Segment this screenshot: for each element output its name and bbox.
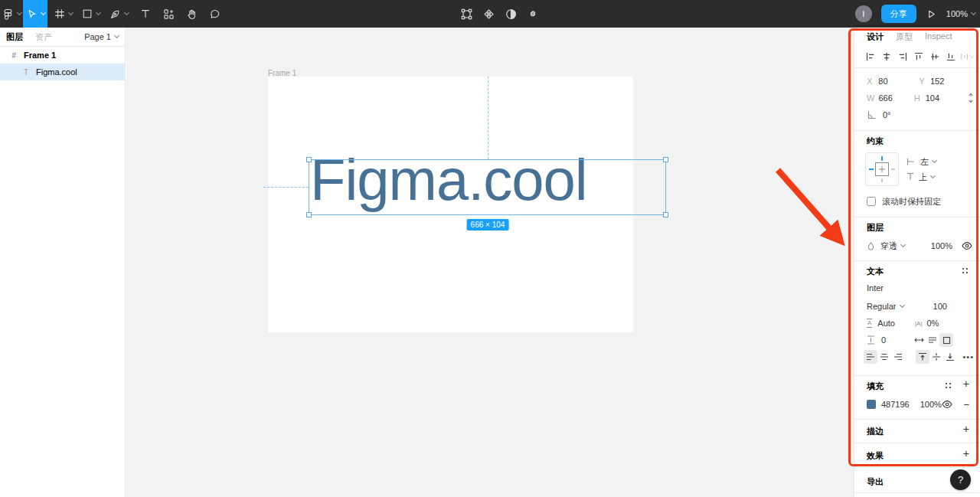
visibility-eye-icon[interactable] bbox=[962, 241, 972, 250]
remove-fill-icon[interactable]: − bbox=[963, 400, 969, 410]
layer-row-text[interactable]: T Figma.cool bbox=[0, 64, 125, 80]
auto-width-icon[interactable] bbox=[912, 333, 926, 347]
layer-name: Frame 1 bbox=[24, 51, 56, 60]
help-button[interactable]: ? bbox=[950, 469, 971, 490]
align-left-icon[interactable] bbox=[864, 50, 877, 64]
fill-hex-value[interactable]: 487196 bbox=[881, 400, 910, 409]
selection-handle-top-left[interactable] bbox=[306, 157, 312, 162]
vertical-align-top-icon[interactable] bbox=[916, 350, 929, 364]
chevron-down-icon bbox=[900, 241, 906, 247]
tab-design[interactable]: 设计 bbox=[867, 31, 884, 43]
v-constraint-value: 上 bbox=[919, 172, 927, 183]
text-section-title: 文本 bbox=[867, 266, 884, 277]
avatar[interactable]: I bbox=[855, 5, 872, 22]
share-button[interactable]: 分享 bbox=[881, 5, 916, 23]
text-align-center-icon[interactable] bbox=[877, 350, 891, 364]
frame-layer-icon: # bbox=[9, 51, 18, 60]
layer-opacity-value[interactable]: 100% bbox=[931, 241, 952, 250]
chevron-down-icon bbox=[969, 53, 975, 58]
snap-guide-horizontal bbox=[263, 187, 309, 188]
x-field-value[interactable]: 80 bbox=[878, 77, 887, 86]
move-tool-button[interactable] bbox=[23, 0, 47, 28]
comment-tool-button[interactable] bbox=[203, 0, 226, 28]
chevron-down-icon bbox=[123, 9, 129, 15]
zoom-level-control[interactable]: 100% bbox=[946, 9, 975, 18]
frame-tool-button[interactable] bbox=[50, 0, 77, 28]
rotation-icon bbox=[867, 110, 876, 119]
width-field-label: W bbox=[867, 93, 874, 103]
paragraph-spacing-value[interactable]: 0 bbox=[881, 335, 886, 345]
selection-handle-bottom-right[interactable] bbox=[663, 212, 668, 217]
font-size-value[interactable]: 100 bbox=[933, 302, 947, 311]
add-effect-icon[interactable]: + bbox=[963, 448, 969, 459]
constraints-widget[interactable] bbox=[865, 152, 899, 186]
chevron-down-icon bbox=[932, 157, 937, 162]
page-selector[interactable]: Page 1 bbox=[84, 32, 119, 41]
export-section-title: 导出 bbox=[867, 476, 884, 488]
width-field-value[interactable]: 666 bbox=[878, 93, 892, 103]
vertical-align-middle-icon[interactable] bbox=[929, 350, 943, 364]
layer-section-title: 图层 bbox=[867, 222, 884, 234]
text-styles-icon[interactable] bbox=[961, 266, 969, 275]
tab-assets[interactable]: 资产 bbox=[35, 31, 52, 43]
selection-box[interactable] bbox=[309, 159, 666, 215]
fill-color-swatch[interactable] bbox=[867, 400, 876, 409]
text-more-options-icon[interactable]: ••• bbox=[962, 352, 974, 361]
hand-icon bbox=[186, 8, 198, 20]
link-icon[interactable] bbox=[527, 8, 539, 20]
fill-styles-icon[interactable] bbox=[944, 381, 952, 390]
selection-handle-top-right[interactable] bbox=[663, 157, 668, 162]
fix-on-scroll-label: 滚动时保持固定 bbox=[882, 196, 941, 208]
shape-tool-button[interactable] bbox=[77, 0, 105, 28]
create-component-icon[interactable] bbox=[482, 8, 495, 21]
add-fill-icon[interactable]: + bbox=[963, 378, 969, 389]
font-family-value[interactable]: Inter bbox=[867, 283, 884, 293]
distribute-options-icon[interactable] bbox=[960, 50, 974, 64]
align-right-icon[interactable] bbox=[896, 50, 910, 64]
height-field-value[interactable]: 104 bbox=[926, 93, 939, 103]
horizontal-constraint-select[interactable]: 左 bbox=[906, 156, 936, 167]
canvas[interactable]: Frame 1 Figma.cool 666 × 104 bbox=[126, 28, 854, 497]
tab-prototype[interactable]: 原型 bbox=[896, 31, 913, 43]
tab-layers[interactable]: 图层 bbox=[6, 31, 23, 43]
text-align-right-icon[interactable] bbox=[891, 350, 905, 364]
blend-mode-value[interactable]: 穿透 bbox=[880, 240, 897, 252]
layers-panel: 图层 资产 Page 1 # Frame 1 T Figma.cool bbox=[0, 28, 126, 497]
add-stroke-icon[interactable]: + bbox=[963, 423, 969, 434]
fill-visibility-eye-icon[interactable] bbox=[942, 400, 952, 409]
mask-icon[interactable] bbox=[505, 8, 518, 21]
comment-bubble-icon bbox=[209, 8, 220, 20]
align-top-icon[interactable] bbox=[912, 50, 926, 64]
selection-handle-bottom-left[interactable] bbox=[306, 212, 312, 217]
rotation-value[interactable]: 0° bbox=[883, 110, 891, 119]
line-height-value[interactable]: Auto bbox=[877, 319, 895, 328]
vertical-constraint-select[interactable]: 上 bbox=[906, 172, 935, 182]
resources-tool-button[interactable] bbox=[157, 0, 180, 28]
y-field-value[interactable]: 152 bbox=[930, 77, 944, 86]
fill-opacity-value[interactable]: 100% bbox=[920, 400, 942, 409]
present-icon[interactable] bbox=[926, 8, 937, 20]
hand-tool-button[interactable] bbox=[180, 0, 203, 28]
layer-row-frame[interactable]: # Frame 1 bbox=[0, 47, 125, 64]
align-vertical-center-icon[interactable] bbox=[928, 50, 942, 64]
tab-inspect[interactable]: Inspect bbox=[925, 31, 952, 43]
align-horizontal-center-icon[interactable] bbox=[880, 50, 893, 64]
fixed-size-icon[interactable] bbox=[939, 333, 953, 347]
constrain-proportions-icon[interactable] bbox=[966, 92, 975, 104]
auto-height-icon[interactable] bbox=[926, 333, 939, 347]
main-menu-button[interactable] bbox=[0, 0, 23, 28]
letter-spacing-icon: |A| bbox=[915, 320, 923, 327]
h-constraint-icon bbox=[906, 158, 916, 165]
align-bottom-icon[interactable] bbox=[944, 50, 958, 64]
pen-tool-button[interactable] bbox=[105, 0, 132, 28]
text-tool-button[interactable] bbox=[134, 0, 157, 28]
text-align-left-icon[interactable] bbox=[864, 350, 877, 364]
letter-spacing-value[interactable]: 0% bbox=[926, 319, 939, 328]
vertical-align-bottom-icon[interactable] bbox=[943, 350, 957, 364]
zoom-level-value: 100% bbox=[946, 9, 968, 18]
edit-object-icon[interactable] bbox=[460, 8, 473, 21]
font-weight-value[interactable]: Regular bbox=[867, 302, 897, 311]
size-badge: 666 × 104 bbox=[467, 219, 509, 231]
fix-on-scroll-checkbox[interactable] bbox=[867, 197, 876, 206]
chevron-down-icon bbox=[930, 172, 936, 178]
